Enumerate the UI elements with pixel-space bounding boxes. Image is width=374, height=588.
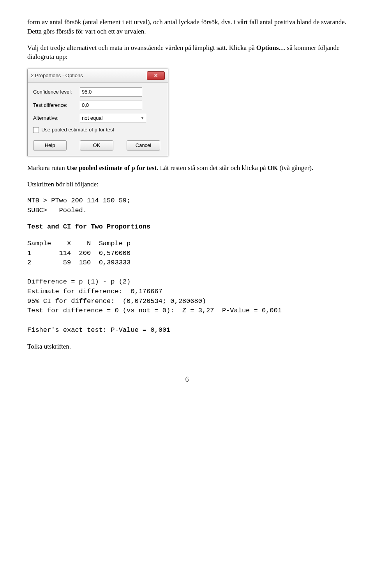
alternative-row: Alternative: not equal ▼ bbox=[33, 114, 162, 122]
help-button[interactable]: Help bbox=[33, 140, 67, 151]
confidence-input[interactable]: 95,0 bbox=[80, 87, 142, 97]
page-number: 6 bbox=[27, 375, 347, 384]
paragraph-5: Tolka utskriften. bbox=[27, 342, 347, 351]
p3-ok: OK bbox=[268, 164, 278, 172]
alternative-value: not equal bbox=[82, 115, 103, 122]
paragraph-3: Markera rutan Use pooled estimate of p f… bbox=[27, 163, 347, 173]
code-block-1: MTB > PTwo 200 114 150 59; SUBC> Pooled. bbox=[27, 196, 347, 215]
cancel-button[interactable]: Cancel bbox=[127, 140, 160, 151]
code-block-2: Sample X N Sample p 1 114 200 0,570000 2… bbox=[27, 239, 347, 335]
paragraph-2: Välj det tredje alternativet och mata in… bbox=[27, 43, 347, 62]
paragraph-4: Utskriften bör bli följande: bbox=[27, 180, 347, 189]
pooled-checkbox-label: Use pooled estimate of p for test bbox=[41, 126, 114, 133]
confidence-row: Confidence level: 95,0 bbox=[33, 87, 162, 97]
confidence-label: Confidence level: bbox=[33, 89, 80, 96]
paragraph-1: form av antal försök (antal element i et… bbox=[27, 18, 347, 36]
p2-text-a: Välj det tredje alternativet och mata in… bbox=[27, 44, 256, 51]
dialog-title: 2 Proportions - Options bbox=[31, 72, 83, 79]
chevron-down-icon: ▼ bbox=[141, 116, 144, 121]
dialog-body: Confidence level: 95,0 Test difference: … bbox=[28, 83, 168, 156]
dialog-button-row: Help OK Cancel bbox=[33, 140, 162, 151]
p3-text-e: (två gånger). bbox=[278, 164, 313, 172]
dialog-titlebar: 2 Proportions - Options ✕ bbox=[28, 69, 168, 83]
pooled-checkbox-row: Use pooled estimate of p for test bbox=[33, 126, 162, 133]
ok-button[interactable]: OK bbox=[80, 140, 113, 151]
testdiff-label: Test difference: bbox=[33, 102, 80, 109]
testdiff-row: Test difference: 0,0 bbox=[33, 101, 162, 110]
options-dialog: 2 Proportions - Options ✕ Confidence lev… bbox=[27, 69, 168, 156]
p3-pooled: Use pooled estimate of p for test bbox=[67, 164, 157, 172]
testdiff-input[interactable]: 0,0 bbox=[80, 101, 142, 110]
close-icon: ✕ bbox=[154, 73, 158, 79]
code-heading: Test and CI for Two Proportions bbox=[27, 222, 347, 232]
alternative-label: Alternative: bbox=[33, 115, 80, 122]
pooled-checkbox[interactable] bbox=[33, 127, 39, 133]
p2-options: Options… bbox=[256, 44, 286, 51]
p3-text-c: . Låt resten stå som det står och klicka… bbox=[157, 164, 268, 172]
close-button[interactable]: ✕ bbox=[147, 71, 165, 80]
p3-text-a: Markera rutan bbox=[27, 164, 67, 172]
alternative-select[interactable]: not equal ▼ bbox=[80, 114, 146, 122]
